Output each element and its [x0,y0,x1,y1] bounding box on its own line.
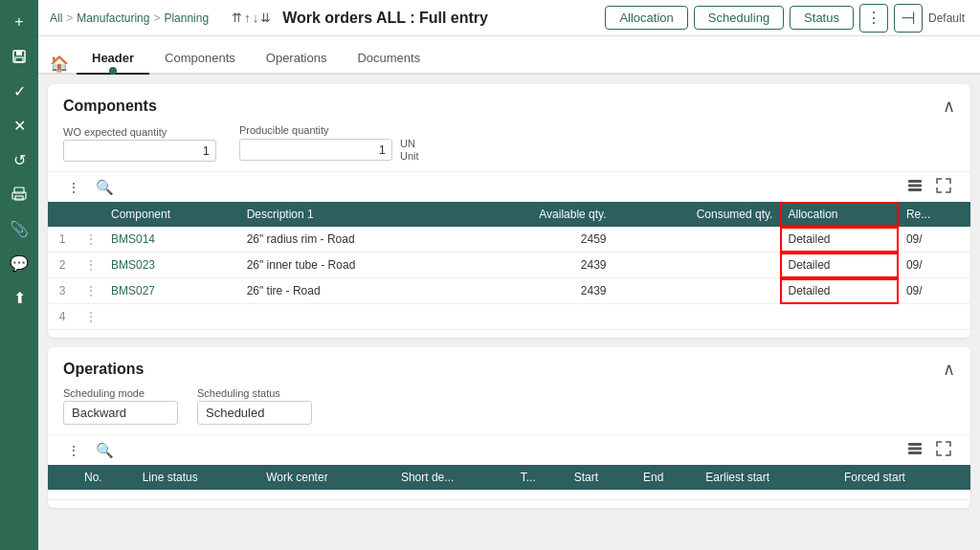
components-layers-button[interactable] [903,176,926,198]
scheduling-status-value[interactable]: Scheduled [197,401,312,425]
sidebar-save-icon[interactable] [5,42,33,71]
breadcrumb-manufacturing[interactable]: Manufacturing [77,11,149,25]
scheduling-mode-value[interactable]: Backward [63,401,178,425]
breadcrumb: All > Manufacturing > Planning [50,11,209,25]
components-section: Components ∧ WO expected quantity Produc… [48,84,970,338]
sort-down-icon[interactable]: ↓ [253,11,259,25]
sidebar-add-icon[interactable]: + [5,8,33,36]
allocation-button[interactable]: Allocation [605,6,687,30]
comp-row-available-qty [464,304,614,330]
operations-layers-button[interactable] [903,439,926,461]
producible-quantity-input[interactable] [239,139,392,161]
scheduling-button[interactable]: Scheduling [694,6,784,30]
tabs: 🏠 Header Components Operations Documents [38,36,980,75]
comp-row-allocation [780,304,898,330]
unit-label: Unit [400,150,419,162]
ops-col-forced-start[interactable]: Forced start [836,465,970,490]
operations-table: No. Line status Work center Short de... … [48,465,970,500]
home-icon[interactable]: 🏠 [50,55,69,73]
tab-header[interactable]: Header [77,43,149,75]
ops-row-work-center [258,490,393,500]
scroll-area: Components ∧ WO expected quantity Produc… [38,75,980,550]
table-row [48,490,970,500]
comp-row-drag: ⋮ [77,278,103,304]
col-consumed-qty[interactable]: Consumed qty. [614,202,781,227]
sidebar-print-icon[interactable] [5,180,33,209]
breadcrumb-all[interactable]: All [50,11,62,25]
comp-row-allocation: Detailed [780,253,898,278]
tab-documents[interactable]: Documents [342,43,435,75]
col-ref[interactable]: Re... [899,202,970,227]
comp-row-description: 26" inner tube - Road [239,253,464,278]
comp-row-num: 4 [48,304,77,330]
comp-row-component: BMS027 [103,278,239,304]
status-button[interactable]: Status [790,6,854,30]
col-component[interactable]: Component [103,202,239,227]
ops-col-work-center[interactable]: Work center [258,465,393,490]
components-menu-button[interactable]: ⋮ [63,178,84,197]
exit-button[interactable]: ⊣ [894,4,923,33]
tab-operations[interactable]: Operations [251,43,343,75]
comp-row-ref: 09/ [899,227,970,253]
col-description[interactable]: Description 1 [239,202,464,227]
comp-row-ref [899,304,970,330]
sidebar-chat-icon[interactable]: 💬 [5,249,33,277]
components-search-button[interactable]: 🔍 [92,177,118,198]
operations-title: Operations [63,361,144,378]
ops-col-t[interactable]: T... [513,465,567,490]
components-collapse-button[interactable]: ∧ [943,96,955,117]
ops-col-line-status[interactable]: Line status [135,465,259,490]
ops-row-earliest-start [698,490,836,500]
svg-rect-6 [908,180,922,183]
operations-search-button[interactable]: 🔍 [92,440,118,461]
sort-first-icon[interactable]: ⇈ [232,11,242,25]
tab-components[interactable]: Components [149,43,251,75]
ops-col-earliest-start[interactable]: Earliest start [698,465,836,490]
operations-collapse-button[interactable]: ∧ [943,359,955,380]
components-toolbar-right [903,176,955,198]
components-expand-button[interactable] [932,176,955,198]
unit-code: UN [400,138,419,149]
more-button[interactable]: ⋮ [859,4,888,33]
col-allocation[interactable]: Allocation [780,202,898,227]
sort-up-icon[interactable]: ↑ [244,11,251,25]
sort-last-icon[interactable]: ⇊ [260,11,271,25]
scheduling-status-label: Scheduling status [197,387,312,399]
breadcrumb-planning[interactable]: Planning [164,11,209,25]
wo-expected-quantity-input[interactable] [63,140,216,162]
comp-row-drag: ⋮ [77,304,103,330]
wo-expected-quantity-field: WO expected quantity [63,126,216,162]
ops-col-no[interactable]: No. [77,465,135,490]
sidebar-refresh-icon[interactable]: ↺ [5,145,33,174]
operations-table-wrapper: No. Line status Work center Short de... … [48,465,970,500]
ops-row-short-de [393,490,513,500]
table-row: 4 ⋮ [48,304,970,330]
ops-row-line-status [135,490,259,500]
operations-section: Operations ∧ Scheduling mode Backward Sc… [48,347,970,508]
sidebar-upload-icon[interactable]: ⬆ [5,283,33,312]
ops-row-no [77,490,135,500]
comp-row-available-qty: 2459 [464,227,614,253]
operations-menu-button[interactable]: ⋮ [63,441,84,460]
sidebar-delete-icon[interactable]: ✕ [5,111,33,140]
operations-expand-button[interactable] [932,439,955,461]
components-form-row: WO expected quantity Producible quantity… [48,124,970,171]
col-drag [77,202,103,227]
ops-col-start[interactable]: Start [567,465,635,490]
scheduling-status-field: Scheduling status Scheduled [197,387,312,425]
sidebar-attach-icon[interactable]: 📎 [5,214,33,243]
sidebar: + ✓ ✕ ↺ 📎 💬 ⬆ [0,0,38,550]
comp-row-num: 2 [48,253,77,278]
col-available-qty[interactable]: Available qty. [464,202,614,227]
components-title: Components [63,98,157,115]
sidebar-check-icon[interactable]: ✓ [5,77,33,105]
topbar: All > Manufacturing > Planning ⇈ ↑ ↓ ⇊ W… [38,0,980,36]
table-row: 2 ⋮ BMS023 26" inner tube - Road 2439 De… [48,253,970,278]
svg-rect-8 [908,188,922,191]
comp-row-consumed-qty [614,253,781,278]
ops-col-end[interactable]: End [635,465,698,490]
ops-col-short-de[interactable]: Short de... [393,465,513,490]
default-badge: Default [928,11,965,25]
components-table-wrapper: Component Description 1 Available qty. C… [48,202,970,330]
operations-header: Operations ∧ [48,347,970,387]
